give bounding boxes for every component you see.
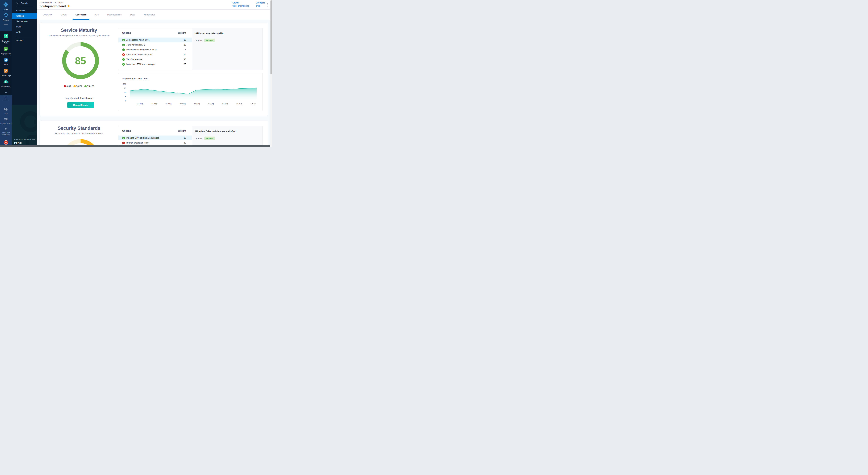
rail-item-label: Builds [4,64,8,66]
rail-item-label: HELP [4,113,8,115]
user-avatar[interactable]: HM [4,140,8,145]
rail-item-developer-portal[interactable]: Developer Portal [0,34,12,44]
rail-item-cloud-costs[interactable]: $Cloud Costs [0,80,12,87]
legend-item: 50-74 [73,85,82,88]
bottom-edge-bar [0,145,272,147]
check-row[interactable]: Mean time to merge PR < 48 hr5 [118,47,192,52]
scorecard-title: Service Maturity [40,28,118,33]
tab-scorecard[interactable]: Scorecard [75,9,87,20]
sidebar-item-apis[interactable]: APIs [12,29,37,35]
rail-modules-section: Developer Portal∞DeploymentsBuildsFeatur… [0,31,12,95]
checks-table: Checks Weight Pipeline OPA policies are … [118,126,192,145]
rail-item-help[interactable]: ?HELP [0,107,12,115]
check-row[interactable]: More than 70% test coverage20 [118,62,192,67]
rail-top-section: HomeProjects [0,0,12,31]
status-label: Status: [195,39,203,42]
status-label: Status: [195,137,203,140]
app-window: HomeProjects Developer Portal∞Deployment… [0,0,272,147]
checks-table: Checks Weight API success rate > 99%10Ja… [118,28,192,70]
feature-flags-icon [3,68,8,74]
rail-item-label: Home [4,8,8,10]
check-label: Branch protection is set [126,142,184,144]
kebab-menu-icon[interactable] [266,3,270,7]
check-weight: 5 [185,49,186,51]
sidebar-divider [16,36,34,36]
check-detail-panel: API success rate > 99% Status: PASSED [192,28,262,70]
tab-dependencies[interactable]: Dependencies [107,9,122,20]
scorecard-content: Service Maturity Measures development be… [37,20,270,145]
sidebar-item-self-service[interactable]: Self service [12,19,37,24]
chevron-down-icon[interactable] [5,91,7,94]
lifecycle-label: Lifecycle [255,2,265,4]
legend-item: 75-100 [84,85,94,88]
cube-icon [3,13,8,18]
scorecard-subtitle: Measures best practices of security oper… [40,132,118,135]
check-failed-icon [122,142,125,144]
check-passed-icon [122,63,125,66]
sidebar-item-admin[interactable]: Admin [12,38,37,43]
sidebar-footer: INTERNAL DEVELOPER Portal [12,105,37,147]
maturity-summary-column: Service Maturity Measures development be… [40,23,118,116]
score-gauge [62,139,99,145]
rail-divider [4,24,8,25]
rail-item-label: Feature Flags [1,75,11,77]
sidebar-search[interactable]: Search [12,0,37,7]
check-label: More than 70% test coverage [126,63,184,65]
tab-api[interactable]: API [95,9,99,20]
sidebar-search-label: Search [21,2,28,4]
owner-meta: Owner field_engineering [232,2,249,7]
sidebar-item-docs[interactable]: Docs [12,24,37,29]
rerun-checks-button[interactable]: Rerun Checks [67,102,94,108]
svg-text:26 Aug: 26 Aug [165,103,172,105]
tab-docs[interactable]: Docs [130,9,135,20]
check-row[interactable]: Pipeline OPA policies are satisfied10 [118,136,192,140]
tab-ci-cd[interactable]: CI/CD [61,9,67,20]
check-detail-panel: Pipeline OPA policies are satisfied Stat… [192,126,262,145]
check-label: Mean time to merge PR < 48 hr [126,49,185,51]
rail-item-builds[interactable]: Builds [0,58,12,66]
legend-dot [64,85,66,87]
rail-item-account-settings[interactable]: ACCOUNT SETTINGS [0,127,12,136]
rail-item-projects[interactable]: Projects [0,13,12,21]
owner-label: Owner [232,2,249,4]
sidebar-item-catalog[interactable]: Catalog [12,13,37,19]
check-row[interactable]: API success rate > 99%10 [118,37,192,42]
rail-item-deployments[interactable]: ∞Deployments [0,47,12,55]
svg-text:30 Aug: 30 Aug [222,103,228,105]
rail-item-label: DASHBOARDS [0,122,11,124]
svg-text:24 Aug: 24 Aug [137,103,143,105]
status-badge: PASSED [204,137,215,140]
tab-overview[interactable]: Overview [43,9,52,20]
weight-column-header: Weight [178,129,186,132]
rail-item-label: Developer Portal [0,40,12,44]
check-row[interactable]: Less than 1% error in prod15 [118,52,192,57]
svg-text:31 Aug: 31 Aug [236,103,242,105]
scrollbar-thumb[interactable] [271,0,272,75]
check-passed-icon [122,43,125,46]
vertical-scrollbar[interactable] [270,0,272,147]
check-weight: 20 [184,43,186,46]
module-grid-icon[interactable] [2,96,9,100]
chart-title: Improvement Over Time [122,77,148,80]
check-row[interactable]: Branch protection is set30 [118,140,192,145]
owner-link[interactable]: field_engineering [232,5,249,7]
service-maturity-card: Service Maturity Measures development be… [39,23,268,116]
check-row[interactable]: TechDocs exists30 [118,57,192,62]
rail-item-dashboards[interactable]: DASHBOARDS [0,118,12,124]
entity-header: COMPONENT — SERVICE boutique-frontend Ow… [37,0,270,9]
deployments-icon: ∞ [3,47,8,52]
rail-item-feature-flags[interactable]: Feature Flags [0,68,12,77]
security-standards-card: Security Standards Measures best practic… [39,121,268,145]
tab-kubernetes[interactable]: Kubernetes [144,9,155,20]
maturity-checks-panel: Checks Weight API success rate > 99%10Ja… [118,28,262,70]
svg-text:75: 75 [124,87,126,89]
rail-item-home[interactable]: Home [0,2,12,10]
gear-icon [4,127,8,131]
check-passed-icon [122,137,125,139]
legend-label: 50-74 [76,85,82,88]
check-row[interactable]: Java version is LTS20 [118,42,192,47]
svg-text:100: 100 [123,83,126,85]
favorite-star-icon[interactable] [67,4,70,8]
check-passed-icon [122,49,125,51]
sidebar-item-overview[interactable]: Overview [12,8,37,13]
